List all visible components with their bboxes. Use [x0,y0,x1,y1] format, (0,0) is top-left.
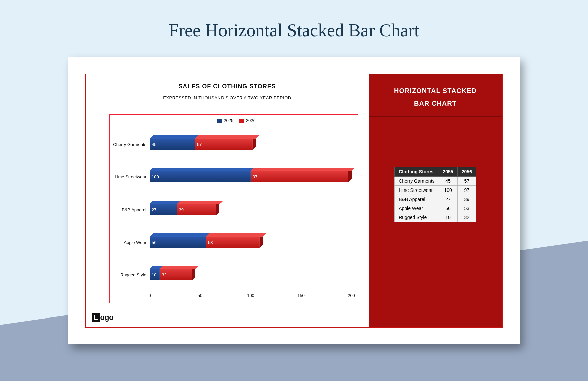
y-axis-label: Cherry Garments [113,142,146,147]
table-cell-a: 10 [439,213,457,222]
legend-swatch-2025 [217,119,222,123]
bar-segment-2025: 100 [150,171,251,182]
legend-label-2026: 2026 [246,118,256,123]
table-cell-a: 56 [439,204,457,213]
bar-value-label: 39 [179,207,184,212]
bar-value-label: 100 [152,174,159,179]
table-row: Lime Streetwear10097 [395,186,476,195]
table-cell-b: 39 [457,195,476,204]
chart-pane: SALES OF CLOTHING STORES EXPRESSED IN TH… [86,74,369,327]
content-frame: SALES OF CLOTHING STORES EXPRESSED IN TH… [85,74,503,328]
table-cell-a: 27 [439,195,457,204]
y-axis-label: Rugged Style [120,272,146,277]
table-header-col1: 2055 [439,167,457,177]
side-panel: HORIZONTAL STACKED BAR CHART Clothing St… [369,74,502,327]
panel-title: HORIZONTAL STACKED BAR CHART [369,74,502,116]
bar-segment-2026: 53 [206,237,260,248]
bar-value-label: 97 [253,174,257,179]
plot-area: 455710097273956531032 [150,128,351,291]
panel-divider [369,116,502,117]
y-axis-label: B&B Apparel [122,207,146,212]
table-row: Rugged Style1032 [395,213,476,222]
bar-segment-2026: 32 [160,269,192,280]
bar-segment-2026: 57 [195,139,253,150]
bar-value-label: 27 [152,207,156,212]
bar-value-label: 56 [152,240,156,245]
chart-subtitle: EXPRESSED IN THOUSAND $ OVER A TWO YEAR … [86,95,369,100]
bar-row: 5653 [150,237,351,251]
data-table: Clothing Stores 2055 2056 Cherry Garment… [394,167,476,222]
x-axis-tick: 0 [148,293,151,298]
bar-value-label: 45 [152,142,156,147]
table-row: B&B Apparel2739 [395,195,476,204]
bar-row: 4557 [150,139,351,153]
bar-row: 2739 [150,204,351,218]
table-cell-b: 53 [457,204,476,213]
bar-row: 1032 [150,269,351,283]
table-cell-a: 100 [439,186,457,195]
table-cell-name: B&B Apparel [395,195,439,204]
table-header-stores: Clothing Stores [395,167,439,177]
page-stage: Free Horizontal Stacked Bar Chart SALES … [0,0,588,381]
page-title: Free Horizontal Stacked Bar Chart [0,20,588,41]
table-cell-name: Lime Streetwear [395,186,439,195]
table-header-col2: 2056 [457,167,476,177]
bar-value-label: 57 [197,142,202,147]
bar-value-label: 10 [152,272,156,277]
panel-title-line1: HORIZONTAL STACKED [375,84,495,97]
y-axis-label: Apple Wear [124,240,146,245]
plot-outer-box: 2025 2026 Cherry GarmentsLime Streetwear… [109,114,358,303]
bar-segment-2025: 10 [150,269,160,280]
table-cell-a: 45 [439,177,457,186]
x-axis-tick: 200 [348,293,355,298]
chart-title: SALES OF CLOTHING STORES [86,83,369,90]
legend-swatch-2026 [239,119,244,123]
bar-segment-2025: 56 [150,237,206,248]
table-header-row: Clothing Stores 2055 2056 [395,167,476,177]
bar-value-label: 32 [162,272,166,277]
logo-badge: L [92,313,100,322]
x-axis-ticks: 050100150200 [150,293,351,300]
table-cell-b: 32 [457,213,476,222]
x-axis-tick: 150 [297,293,305,298]
bar-segment-2026: 97 [251,171,348,182]
table-cell-b: 57 [457,177,476,186]
x-axis-tick: 100 [247,293,254,298]
y-axis-labels: Cherry GarmentsLime StreetwearB&B Appare… [110,128,148,291]
bar-row: 10097 [150,171,351,185]
table-cell-name: Apple Wear [395,204,439,213]
table-cell-b: 97 [457,186,476,195]
bar-segment-2025: 45 [150,139,195,150]
x-axis-tick: 50 [198,293,202,298]
panel-title-line2: BAR CHART [375,97,495,110]
table-cell-name: Rugged Style [395,213,439,222]
bar-value-label: 53 [208,240,213,245]
table-row: Apple Wear5653 [395,204,476,213]
logo: Logo [92,313,114,322]
y-axis-label: Lime Streetwear [115,174,146,179]
bar-segment-2025: 27 [150,204,177,215]
logo-rest: ogo [100,313,113,322]
table-cell-name: Cherry Garments [395,177,439,186]
legend-label-2025: 2025 [224,118,233,123]
chart-legend: 2025 2026 [110,118,358,123]
document-card: SALES OF CLOTHING STORES EXPRESSED IN TH… [68,57,520,344]
bar-segment-2026: 39 [177,204,216,215]
table-row: Cherry Garments4557 [395,177,476,186]
